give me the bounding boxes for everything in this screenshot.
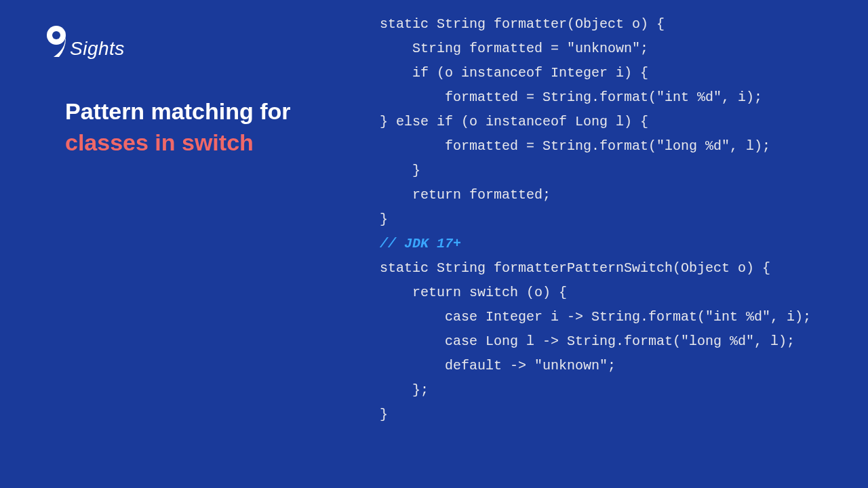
- logo-text: Sights: [70, 38, 125, 60]
- code-line: formatted = String.format("long %d", l);: [380, 138, 770, 154]
- code-comment: // JDK 17+: [380, 236, 461, 251]
- code-line: formatted = String.format("int %d", i);: [380, 89, 762, 105]
- slide-title: Pattern matching for classes in switch: [65, 96, 336, 159]
- brand-logo: Sights: [44, 26, 125, 57]
- svg-point-1: [52, 31, 60, 39]
- code-line: }: [380, 163, 420, 178]
- code-line: return formatted;: [380, 187, 551, 203]
- code-line: String formatted = "unknown";: [380, 41, 648, 56]
- code-line: case Long l -> String.format("long %d", …: [380, 333, 795, 349]
- code-line: }: [380, 211, 388, 227]
- logo-nine-icon: [44, 26, 68, 57]
- code-line: };: [380, 382, 429, 398]
- code-line: static String formatter(Object o) {: [380, 16, 665, 32]
- code-line: case Integer i -> String.format("int %d"…: [380, 309, 811, 325]
- code-block: static String formatter(Object o) { Stri…: [380, 12, 811, 427]
- code-line: }: [380, 407, 388, 422]
- code-line: default -> "unknown";: [380, 358, 616, 373]
- code-line: } else if (o instanceof Long l) {: [380, 114, 648, 129]
- code-line: if (o instanceof Integer i) {: [380, 65, 648, 81]
- title-line-2: classes in switch: [65, 127, 336, 159]
- title-line-1: Pattern matching for: [65, 96, 336, 127]
- code-line: static String formatterPatternSwitch(Obj…: [380, 260, 770, 276]
- code-line: return switch (o) {: [380, 285, 567, 300]
